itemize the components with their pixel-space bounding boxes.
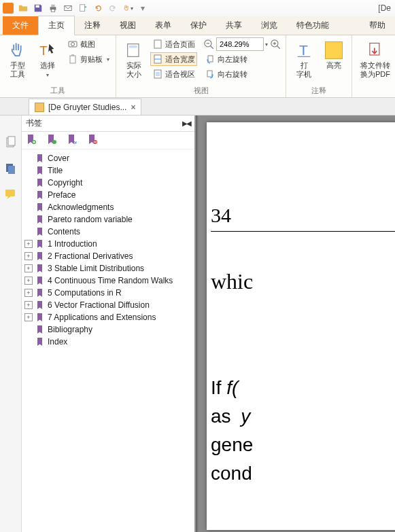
svg-text:T: T bbox=[299, 42, 308, 58]
tab-comment[interactable]: 注释 bbox=[75, 16, 110, 35]
redo-icon[interactable] bbox=[107, 3, 118, 14]
bookmark-label: 4 Continuous Time Random Walks bbox=[48, 276, 173, 285]
zoom-in-button[interactable] bbox=[269, 38, 281, 50]
bookmark-label: Bibliography bbox=[48, 325, 92, 334]
bookmark-item[interactable]: +2 Fractional Derivatives bbox=[23, 250, 193, 262]
tab-form[interactable]: 表单 bbox=[145, 16, 181, 35]
bookmark-tool-expand-icon[interactable] bbox=[67, 134, 78, 147]
bookmark-icon bbox=[35, 227, 45, 236]
print-icon[interactable] bbox=[48, 3, 58, 14]
bookmark-expand-toggle[interactable]: + bbox=[24, 252, 33, 260]
page-body-text: If f( as y gene cond bbox=[211, 374, 253, 488]
bookmark-item[interactable]: Copyright bbox=[23, 177, 193, 189]
bookmark-expand-toggle[interactable]: + bbox=[24, 313, 33, 321]
tab-help[interactable]: 帮助 bbox=[360, 16, 395, 35]
bookmark-item[interactable]: Title bbox=[23, 164, 193, 177]
close-tab-button[interactable]: × bbox=[131, 103, 135, 112]
bookmark-expand-toggle[interactable]: + bbox=[24, 301, 33, 309]
fit-page-button[interactable]: 适合页面 bbox=[150, 37, 197, 51]
bookmark-icon bbox=[35, 178, 45, 188]
bookmark-expand-toggle[interactable]: + bbox=[24, 289, 33, 297]
tab-file[interactable]: 文件 bbox=[3, 16, 38, 35]
svg-rect-10 bbox=[71, 54, 74, 56]
svg-rect-19 bbox=[208, 56, 213, 62]
bookmark-label: Copyright bbox=[48, 178, 82, 188]
hand-dropdown-icon[interactable]: ▾ bbox=[122, 3, 133, 14]
bookmark-tool-new-icon[interactable] bbox=[46, 134, 57, 147]
tab-protect[interactable]: 保护 bbox=[181, 16, 216, 35]
pages-panel-icon[interactable] bbox=[4, 136, 18, 149]
layers-panel-icon[interactable] bbox=[4, 162, 18, 175]
bookmark-item[interactable]: Index bbox=[23, 336, 193, 348]
bookmark-expand-toggle bbox=[24, 338, 33, 346]
highlight-button[interactable]: 高亮 bbox=[320, 37, 347, 82]
bookmark-expand-toggle bbox=[24, 191, 33, 199]
hand-tool-button[interactable]: 手型工具 bbox=[4, 37, 31, 82]
bookmark-label: Preface bbox=[48, 190, 75, 200]
tab-browse[interactable]: 浏览 bbox=[252, 16, 287, 35]
svg-rect-16 bbox=[156, 72, 160, 76]
rotate-right-button[interactable]: 向右旋转 bbox=[203, 67, 281, 81]
bookmark-item[interactable]: +6 Vector Fractional Diffusion bbox=[23, 299, 193, 311]
tab-feature[interactable]: 特色功能 bbox=[287, 16, 339, 35]
bookmark-label: Cover bbox=[48, 154, 69, 163]
tab-view[interactable]: 视图 bbox=[110, 16, 145, 35]
new-doc-icon[interactable] bbox=[78, 3, 88, 14]
bookmark-item[interactable]: Contents bbox=[23, 226, 193, 238]
bookmark-tool-delete-icon[interactable] bbox=[87, 134, 98, 147]
bookmark-item[interactable]: +1 Introduction bbox=[23, 238, 193, 250]
comments-panel-icon[interactable] bbox=[4, 188, 18, 201]
screenshot-button[interactable]: 截图 bbox=[65, 37, 111, 51]
convert-to-pdf-button[interactable]: 将文件转换为PDF bbox=[356, 37, 394, 82]
bookmark-item[interactable]: +7 Applications and Extensions bbox=[23, 311, 193, 323]
svg-text:T: T bbox=[39, 43, 47, 58]
zoom-dropdown[interactable]: ▾ bbox=[265, 41, 268, 48]
bookmark-item[interactable]: Preface bbox=[23, 189, 193, 201]
bookmark-tool-add-icon[interactable] bbox=[26, 134, 37, 147]
bookmark-label: Index bbox=[48, 337, 67, 347]
bookmark-item[interactable]: +3 Stable Limit Distributions bbox=[23, 262, 193, 274]
document-tab-label: [De Gruyter Studies... bbox=[48, 103, 126, 112]
bookmark-expand-toggle bbox=[24, 166, 33, 175]
bookmark-item[interactable]: Pareto random variable bbox=[23, 213, 193, 226]
svg-rect-0 bbox=[36, 5, 39, 8]
bookmark-label: Title bbox=[48, 166, 63, 175]
zoom-input[interactable] bbox=[216, 37, 264, 51]
rotate-left-button[interactable]: 向左旋转 bbox=[203, 52, 281, 66]
svg-rect-12 bbox=[129, 46, 137, 48]
tab-home[interactable]: 主页 bbox=[38, 16, 75, 35]
bookmark-label: Contents bbox=[48, 227, 80, 236]
bookmark-expand-toggle bbox=[24, 228, 33, 236]
bookmark-icon bbox=[35, 239, 45, 249]
bookmark-label: 1 Introduction bbox=[48, 239, 97, 249]
clipboard-button[interactable]: 剪贴板▾ bbox=[65, 52, 111, 66]
document-tab[interactable]: [De Gruyter Studies... × bbox=[29, 99, 141, 115]
fit-visible-button[interactable]: 适合视区 bbox=[150, 67, 197, 81]
page-rule bbox=[211, 231, 395, 232]
actual-size-button[interactable]: 实际大小 bbox=[120, 37, 148, 82]
bookmark-expand-toggle bbox=[24, 154, 33, 162]
bookmark-expand-toggle[interactable]: + bbox=[24, 264, 33, 272]
panel-collapse-icon[interactable]: ▶◀ bbox=[182, 120, 190, 127]
bookmark-item[interactable]: Bibliography bbox=[23, 323, 193, 336]
svg-rect-13 bbox=[154, 40, 161, 48]
page-canvas[interactable]: 34 whic If f( as y gene cond bbox=[207, 122, 395, 530]
undo-icon[interactable] bbox=[92, 3, 103, 14]
zoom-out-button[interactable] bbox=[203, 38, 215, 50]
bookmark-item[interactable]: +4 Continuous Time Random Walks bbox=[23, 274, 193, 287]
bookmark-label: 5 Computations in R bbox=[48, 288, 122, 298]
bookmark-expand-toggle[interactable]: + bbox=[24, 277, 33, 285]
bookmark-item[interactable]: Acknowledgments bbox=[23, 201, 193, 213]
bookmark-item[interactable]: Cover bbox=[23, 152, 193, 164]
fit-width-button[interactable]: 适合宽度 bbox=[150, 52, 197, 66]
select-button[interactable]: T 选择▾ bbox=[34, 37, 61, 82]
bookmark-expand-toggle[interactable]: + bbox=[24, 240, 33, 248]
bookmark-icon bbox=[35, 166, 45, 175]
email-icon[interactable] bbox=[63, 3, 73, 14]
save-icon[interactable] bbox=[33, 3, 44, 14]
qat-customize-icon[interactable]: ▾ bbox=[137, 3, 148, 14]
tab-share[interactable]: 共享 bbox=[216, 16, 252, 35]
open-icon[interactable] bbox=[18, 3, 29, 14]
bookmark-item[interactable]: +5 Computations in R bbox=[23, 287, 193, 299]
typewriter-button[interactable]: T 打字机 bbox=[290, 37, 317, 82]
